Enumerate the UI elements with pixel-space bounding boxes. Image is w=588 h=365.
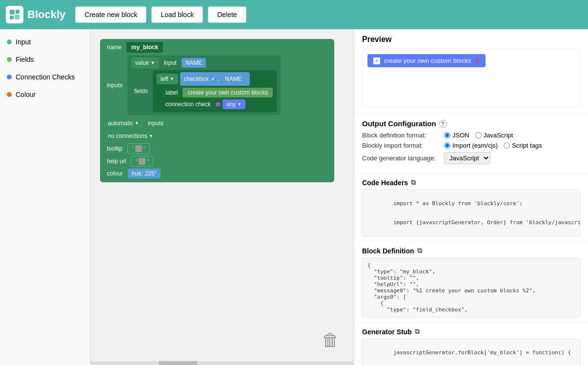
sidebar-label-colour: Colour xyxy=(16,91,36,98)
tooltip-content-icon xyxy=(135,145,142,152)
main-block[interactable]: name my_block inputs value ▼ input xyxy=(100,39,334,182)
codegen-row: Code generator language: JavaScript Pyth… xyxy=(362,152,580,164)
left-dropdown[interactable]: left ▼ xyxy=(157,74,178,84)
preview-section: Preview ✓ create your own custom blocks xyxy=(354,29,588,114)
import-esm-option[interactable]: Import (esm/cjs) xyxy=(444,142,498,149)
svg-rect-0 xyxy=(10,10,15,15)
sidebar-item-colour[interactable]: Colour xyxy=(0,86,90,103)
inputs-label2: inputs xyxy=(145,119,166,128)
sidebar-item-fields[interactable]: Fields xyxy=(0,51,90,68)
format-js-radio[interactable] xyxy=(475,132,482,138)
format-js-option[interactable]: JavaScript xyxy=(475,132,513,139)
close-quote-icon: " xyxy=(143,146,145,152)
import-esm-radio[interactable] xyxy=(444,142,450,149)
preview-block: ✓ create your own custom blocks xyxy=(367,54,486,67)
generator-stub-code: javascriptGenerator.forBlock['my_block']… xyxy=(362,339,580,365)
generator-stub-section: Generator Stub ⧉ javascriptGenerator.for… xyxy=(354,323,588,365)
open-quote-icon: " xyxy=(132,146,134,152)
preview-area: ✓ create your own custom blocks xyxy=(362,49,580,107)
colour-row: colour hue: 225° xyxy=(104,169,330,178)
automatic-dropdown[interactable]: automatic ▼ xyxy=(104,118,143,129)
format-json-option[interactable]: JSON xyxy=(444,132,469,139)
left-arrow-icon: ▼ xyxy=(170,77,174,81)
colour-dot xyxy=(7,92,12,97)
format-json-radio[interactable] xyxy=(444,132,450,138)
input-name-chip[interactable]: NAME xyxy=(182,58,206,68)
sidebar-item-input[interactable]: Input xyxy=(0,33,90,51)
import-radio-group: Import (esm/cjs) Script tags xyxy=(444,142,542,149)
automatic-row: automatic ▼ inputs xyxy=(104,118,330,129)
generator-stub-copy-icon[interactable]: ⧉ xyxy=(415,327,420,336)
fields-subblock[interactable]: left ▼ checkbox ✓ , NAME xyxy=(153,70,277,112)
code-headers-section: Code Headers ⧉ import * as Blockly from … xyxy=(354,173,588,242)
logo-area: Blockly xyxy=(6,6,65,23)
block-canvas: name my_block inputs value ▼ input xyxy=(90,29,354,365)
value-subblock[interactable]: value ▼ input NAME fields xyxy=(127,56,281,115)
load-block-button[interactable]: Load block xyxy=(151,6,203,23)
block-definition-section: Block Definition ⧉ { "type": "my_block",… xyxy=(354,242,588,323)
sidebar-label-fields: Fields xyxy=(16,56,34,63)
tooltip-label: tooltip xyxy=(104,144,125,153)
no-connections-dropdown[interactable]: no connections ▼ xyxy=(104,131,157,141)
sidebar-label-input: Input xyxy=(16,38,31,46)
delete-button[interactable]: Delete xyxy=(208,6,246,23)
codegen-label: Code generator language: xyxy=(362,154,440,162)
format-radio-group: JSON JavaScript xyxy=(444,132,513,139)
import-label: Blockly import format: xyxy=(362,142,440,149)
value-dropdown[interactable]: value ▼ xyxy=(131,58,159,68)
preview-custom-text: create your own custom blocks xyxy=(384,57,471,64)
checkbox-subblock[interactable]: checkbox ✓ , NAME xyxy=(180,72,250,86)
checkbox-label: checkbox xyxy=(184,76,209,82)
create-new-block-button[interactable]: Create new block xyxy=(75,6,146,23)
automatic-arrow-icon: ▼ xyxy=(135,121,139,126)
no-connections-row: no connections ▼ xyxy=(104,131,330,141)
checkbox-check: ✓ xyxy=(211,76,216,82)
svg-rect-2 xyxy=(10,16,14,19)
format-label: Block definition format: xyxy=(362,132,440,139)
name-row: name my_block xyxy=(104,42,330,53)
field-name-chip[interactable]: NAME xyxy=(221,74,246,84)
fields-sublabel: fields xyxy=(131,87,151,96)
any-dropdown[interactable]: any ▼ xyxy=(223,99,245,109)
canvas-scrollbar[interactable] xyxy=(90,361,354,365)
colour-label: colour xyxy=(104,169,126,178)
value-arrow-icon: ▼ xyxy=(151,60,155,65)
logo-icon xyxy=(6,6,23,23)
hue-chip[interactable]: hue: 225° xyxy=(128,169,161,178)
fields-dot xyxy=(7,57,12,62)
import-esm-label: Import (esm/cjs) xyxy=(452,142,498,149)
import-script-option[interactable]: Script tags xyxy=(504,142,542,149)
connection-check-label: connection check xyxy=(162,100,214,109)
connection-checks-dot xyxy=(7,75,12,79)
help-url-quote-chip[interactable]: " " xyxy=(131,156,153,167)
output-config-help-icon[interactable]: ? xyxy=(439,120,447,128)
block-editor: name my_block inputs value ▼ input xyxy=(100,39,334,182)
trash-area[interactable]: 🗑 xyxy=(322,330,339,350)
code-headers-title: Code Headers ⧉ xyxy=(362,178,580,187)
format-json-label: JSON xyxy=(452,132,469,139)
block-name-chip[interactable]: my_block xyxy=(126,42,163,53)
block-definition-copy-icon[interactable]: ⧉ xyxy=(417,247,422,255)
input-label: input xyxy=(161,58,180,67)
inputs-label: inputs xyxy=(104,81,125,90)
generator-stub-title: Generator Stub ⧉ xyxy=(362,327,580,336)
tooltip-quote-chip[interactable]: " " xyxy=(127,143,150,154)
value-row: value ▼ input NAME xyxy=(131,58,277,68)
codegen-select[interactable]: JavaScript Python PHP Lua Dart xyxy=(444,152,490,164)
code-headers-copy-icon[interactable]: ⧉ xyxy=(411,178,416,187)
logo-text: Blockly xyxy=(27,8,65,21)
output-config-title: Output Configuration ? xyxy=(362,119,580,128)
comma-sep: , xyxy=(218,76,219,82)
svg-rect-1 xyxy=(16,10,20,14)
help-url-row: help url " " xyxy=(104,156,330,167)
import-script-radio[interactable] xyxy=(504,142,510,149)
import-row: Blockly import format: Import (esm/cjs) … xyxy=(362,142,580,149)
block-definition-code: { "type": "my_block", "tooltip": "", "he… xyxy=(362,258,580,317)
custom-text-chip[interactable]: create your own custom blocks xyxy=(182,88,273,97)
label-row: label create your own custom blocks xyxy=(157,88,273,97)
format-js-label: JavaScript xyxy=(484,132,513,139)
help-open-quote-icon: " xyxy=(135,158,137,164)
right-panel: Preview ✓ create your own custom blocks … xyxy=(354,29,588,365)
sidebar-label-connection-checks: Connection Checks xyxy=(16,73,75,81)
sidebar-item-connection-checks[interactable]: Connection Checks xyxy=(0,68,90,86)
